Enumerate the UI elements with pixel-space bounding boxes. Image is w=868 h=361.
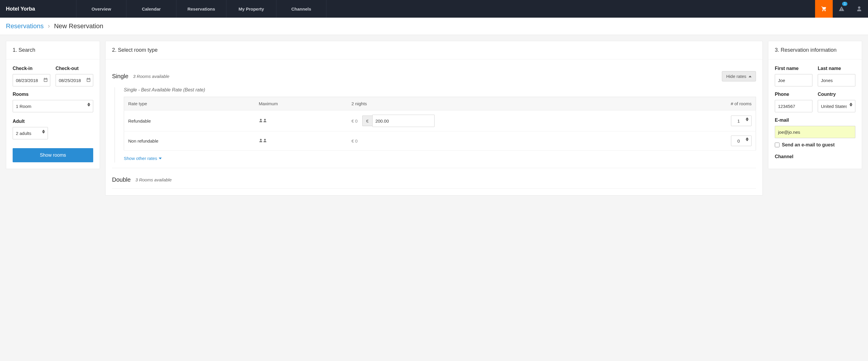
rate-row-refundable: Refundable € 0 € (124, 110, 756, 131)
rates-table: Rate type Maximum 2 nights # of rooms Re… (124, 97, 756, 151)
rate-label: Non refundable (124, 131, 255, 151)
checkout-input[interactable] (56, 74, 93, 87)
panel-reservation-info: 3. Reservation information First name La… (768, 41, 862, 169)
caret-down-icon (159, 158, 162, 159)
panel-room-type: 2. Select room type Single 3 Rooms avail… (105, 41, 763, 196)
col-maximum: Maximum (255, 97, 347, 110)
show-other-rates-link[interactable]: Show other rates (124, 156, 162, 161)
user-icon[interactable] (850, 0, 868, 18)
room-type-single-row: Single 3 Rooms available Hide rates (112, 66, 756, 83)
show-other-rates-label: Show other rates (124, 156, 157, 161)
email-label: E-mail (775, 118, 855, 123)
col-nights: 2 nights (347, 97, 657, 110)
currency-symbol: € (362, 116, 372, 126)
qty-cell: 1 (657, 110, 756, 131)
max-persons-icon (255, 110, 347, 131)
checkout-label: Check-out (56, 66, 93, 71)
first-name-input[interactable] (775, 74, 812, 87)
breadcrumb-current: New Reservation (54, 22, 103, 30)
adult-label: Adult (13, 119, 93, 124)
room-type-single-name: Single (112, 73, 128, 80)
qty-select-refundable[interactable]: 1 (731, 116, 751, 126)
qty-cell: 0 (657, 131, 756, 151)
phone-input[interactable] (775, 100, 812, 112)
channel-label: Channel (775, 154, 855, 159)
nav-my-property[interactable]: My Property (226, 0, 276, 18)
chevron-right-icon: › (48, 22, 50, 30)
last-name-input[interactable] (818, 74, 855, 87)
rooms-label: Rooms (13, 92, 93, 97)
rate-price-cell: € 0 € (347, 110, 657, 131)
panel-room-type-title: 2. Select room type (105, 41, 763, 59)
checkin-input[interactable] (13, 74, 50, 87)
room-type-double-row[interactable]: Double 3 Rooms available (112, 171, 756, 189)
page-content: 1. Search Check-in Check-out (0, 35, 868, 201)
nav-calendar[interactable]: Calendar (126, 0, 177, 18)
room-type-single-avail: 3 Rooms available (133, 74, 722, 79)
breadcrumb-root[interactable]: Reservations (6, 22, 43, 30)
panel-search-title: 1. Search (6, 41, 100, 59)
rate-label: Refundable (124, 110, 255, 131)
last-name-label: Last name (818, 66, 855, 71)
room-type-double-avail: 3 Rooms available (135, 177, 756, 182)
phone-label: Phone (775, 92, 812, 97)
nav-overview[interactable]: Overview (76, 0, 126, 18)
hide-rates-button[interactable]: Hide rates (722, 71, 756, 81)
nav-reservations[interactable]: Reservations (177, 0, 226, 18)
price-input[interactable] (372, 114, 435, 127)
caret-up-icon (749, 75, 751, 77)
qty-select-nonrefundable[interactable]: 0 (731, 135, 751, 146)
first-name-label: First name (775, 66, 812, 71)
panel-reservation-info-title: 3. Reservation information (768, 41, 862, 59)
col-qty: # of rooms (657, 97, 756, 110)
country-select[interactable]: United States (818, 100, 855, 112)
brand-title: Hotel Yorba (0, 0, 76, 18)
send-email-checkbox[interactable] (775, 142, 779, 147)
alert-badge: 1 (842, 2, 847, 6)
alert-icon[interactable]: 1 (833, 0, 850, 18)
rooms-select[interactable]: 1 Room (13, 100, 93, 112)
nav-items: Overview Calendar Reservations My Proper… (76, 0, 815, 18)
base-price: € 0 (351, 119, 358, 124)
rate-price-cell: € 0 (347, 131, 657, 151)
nav-channels[interactable]: Channels (276, 0, 327, 18)
country-label: Country (818, 92, 855, 97)
base-price: € 0 (351, 138, 358, 143)
breadcrumb: Reservations › New Reservation (0, 18, 868, 35)
adult-select[interactable]: 2 adults (13, 127, 48, 139)
cart-icon[interactable] (815, 0, 833, 18)
max-persons-icon (255, 131, 347, 151)
send-email-label: Send an e-mail to guest (782, 142, 835, 147)
show-rooms-button[interactable]: Show rooms (13, 148, 93, 162)
send-email-row[interactable]: Send an e-mail to guest (775, 142, 855, 147)
hide-rates-label: Hide rates (726, 74, 746, 79)
email-input[interactable] (775, 126, 855, 138)
panel-search: 1. Search Check-in Check-out (6, 41, 100, 169)
rate-block-single: Single - Best Available Rate (Best rate)… (114, 87, 756, 163)
checkin-label: Check-in (13, 66, 50, 71)
rate-plan-name: Single - Best Available Rate (Best rate) (124, 87, 756, 93)
top-nav: Hotel Yorba Overview Calendar Reservatio… (0, 0, 868, 18)
rate-row-nonrefundable: Non refundable € 0 0 (124, 131, 756, 151)
col-rate-type: Rate type (124, 97, 255, 110)
nav-right: 1 (815, 0, 868, 18)
room-type-double-name: Double (112, 176, 130, 183)
